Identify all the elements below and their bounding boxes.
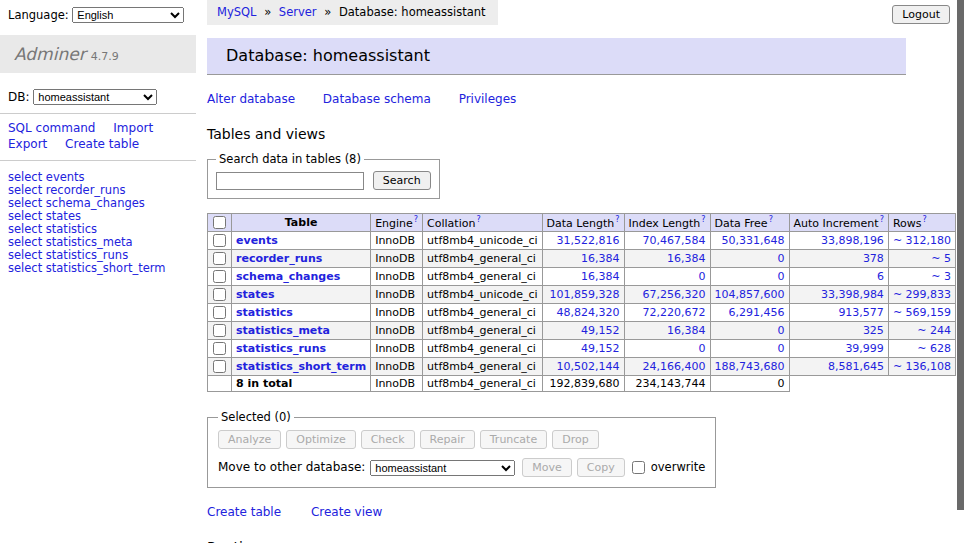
app-version: 4.7.9	[91, 50, 119, 63]
row-checkbox[interactable]	[213, 360, 226, 373]
db-select[interactable]: homeassistant	[33, 89, 157, 105]
rows-link[interactable]: ~ 5	[931, 252, 951, 265]
sidebar-table-link[interactable]: select statistics_short_term	[8, 262, 196, 275]
row-checkbox[interactable]	[213, 324, 226, 337]
rows-link[interactable]: ~ 312,180	[893, 234, 951, 247]
sidebar-op-link[interactable]: SQL command	[8, 121, 95, 135]
drop-button[interactable]: Drop	[552, 430, 598, 449]
rows-link[interactable]: ~ 569,159	[893, 306, 951, 319]
optimize-button[interactable]: Optimize	[286, 430, 355, 449]
rows-link[interactable]: ~ 299,833	[893, 288, 951, 301]
table-name-link[interactable]: events	[236, 234, 278, 247]
data-length-link[interactable]: 16,384	[581, 270, 620, 283]
rows-link[interactable]: ~ 628	[917, 342, 951, 355]
data-length-link[interactable]: 31,522,816	[557, 234, 620, 247]
repair-button[interactable]: Repair	[420, 430, 475, 449]
table-name-link[interactable]: states	[236, 288, 275, 301]
row-checkbox[interactable]	[213, 234, 226, 247]
rows-link[interactable]: ~ 3	[931, 270, 951, 283]
overwrite-checkbox[interactable]	[632, 461, 645, 474]
move-db-select[interactable]: homeassistant	[370, 460, 515, 476]
table-name-link[interactable]: statistics	[236, 306, 293, 319]
engine-cell: InnoDB	[371, 286, 423, 304]
analyze-button[interactable]: Analyze	[218, 430, 281, 449]
data-free-link[interactable]: 104,857,600	[715, 288, 785, 301]
rows-link[interactable]: ~ 136,108	[893, 360, 951, 373]
db-action-link[interactable]: Alter database	[207, 92, 295, 106]
sidebar: Language: English Adminer4.7.9 DB: homea…	[0, 0, 196, 275]
collation-cell: utf8mb4_unicode_ci	[423, 232, 542, 250]
data-free-link[interactable]: 50,331,648	[722, 234, 785, 247]
logout-button[interactable]: Logout	[892, 5, 950, 24]
auto-increment-link[interactable]: 378	[863, 252, 884, 265]
auto-increment-link[interactable]: 33,898,196	[821, 234, 884, 247]
index-length-link[interactable]: 0	[699, 342, 706, 355]
index-length-link[interactable]: 70,467,584	[643, 234, 706, 247]
data-length-link[interactable]: 49,152	[581, 342, 620, 355]
data-length-link[interactable]: 101,859,328	[550, 288, 620, 301]
sidebar-op-link[interactable]: Create table	[65, 137, 139, 151]
auto-increment-link[interactable]: 6	[877, 270, 884, 283]
index-length-link[interactable]: 16,384	[667, 252, 706, 265]
sidebar-op-link[interactable]: Export	[8, 137, 47, 151]
scrollbar-track[interactable]	[956, 0, 966, 543]
data-length-link[interactable]: 48,824,320	[557, 306, 620, 319]
data-free-link[interactable]: 188,743,680	[715, 360, 785, 373]
create-link[interactable]: Create table	[207, 505, 281, 519]
select-all-checkbox[interactable]	[213, 216, 226, 229]
row-checkbox[interactable]	[213, 342, 226, 355]
column-hint-link[interactable]: ?	[880, 215, 884, 224]
sidebar-op-link[interactable]: Import	[113, 121, 153, 135]
data-length-link[interactable]: 10,502,144	[557, 360, 620, 373]
db-action-link[interactable]: Database schema	[323, 92, 431, 106]
index-length-link[interactable]: 72,220,672	[643, 306, 706, 319]
data-free-link[interactable]: 0	[778, 270, 785, 283]
language-select[interactable]: English	[72, 7, 184, 23]
auto-increment-link[interactable]: 913,577	[838, 306, 884, 319]
total-label: 8 in total	[232, 376, 371, 392]
index-length-link[interactable]: 16,384	[667, 324, 706, 337]
check-button[interactable]: Check	[361, 430, 415, 449]
auto-increment-link[interactable]: 33,398,984	[821, 288, 884, 301]
column-hint-link[interactable]: ?	[476, 215, 480, 224]
language-label: Language:	[8, 8, 69, 22]
column-hint-link[interactable]: ?	[414, 215, 418, 224]
scrollbar-thumb[interactable]	[957, 0, 964, 510]
row-checkbox[interactable]	[213, 288, 226, 301]
breadcrumb-server-link[interactable]: Server	[279, 5, 317, 19]
row-checkbox[interactable]	[213, 306, 226, 319]
index-length-link[interactable]: 0	[699, 270, 706, 283]
search-input[interactable]	[216, 172, 364, 190]
data-length-link[interactable]: 16,384	[581, 252, 620, 265]
auto-increment-link[interactable]: 39,999	[845, 342, 884, 355]
copy-button[interactable]: Copy	[577, 458, 625, 477]
rows-link[interactable]: ~ 244	[917, 324, 951, 337]
table-name-link[interactable]: statistics_runs	[236, 342, 326, 355]
column-hint-link[interactable]: ?	[922, 215, 926, 224]
auto-increment-link[interactable]: 325	[863, 324, 884, 337]
truncate-button[interactable]: Truncate	[480, 430, 547, 449]
data-free-link[interactable]: 6,291,456	[729, 306, 785, 319]
index-length-link[interactable]: 67,256,320	[643, 288, 706, 301]
auto-increment-link[interactable]: 8,581,645	[828, 360, 884, 373]
table-name-link[interactable]: statistics_meta	[236, 324, 330, 337]
data-free-link[interactable]: 0	[778, 252, 785, 265]
table-name-link[interactable]: schema_changes	[236, 270, 340, 283]
data-length-link[interactable]: 49,152	[581, 324, 620, 337]
index-length-link[interactable]: 24,166,400	[643, 360, 706, 373]
create-link[interactable]: Create view	[311, 505, 382, 519]
data-free-link[interactable]: 0	[778, 324, 785, 337]
column-hint-link[interactable]: ?	[769, 215, 773, 224]
engine-cell: InnoDB	[371, 304, 423, 322]
db-action-link[interactable]: Privileges	[459, 92, 517, 106]
row-checkbox[interactable]	[213, 252, 226, 265]
table-name-link[interactable]: recorder_runs	[236, 252, 322, 265]
row-checkbox[interactable]	[213, 270, 226, 283]
search-button[interactable]: Search	[373, 171, 431, 190]
data-free-link[interactable]: 0	[778, 342, 785, 355]
breadcrumb-mysql-link[interactable]: MySQL	[217, 5, 257, 19]
column-hint-link[interactable]: ?	[701, 215, 705, 224]
move-button[interactable]: Move	[522, 458, 572, 477]
column-hint-link[interactable]: ?	[615, 215, 619, 224]
table-name-link[interactable]: statistics_short_term	[236, 360, 366, 373]
